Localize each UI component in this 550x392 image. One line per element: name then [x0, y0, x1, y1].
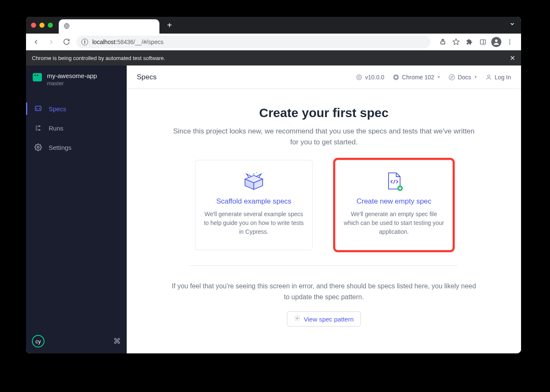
svg-rect-8: [35, 106, 41, 111]
scaffold-card[interactable]: Scaffold example specs We'll generate se…: [195, 160, 313, 250]
version-indicator[interactable]: v10.0.0: [356, 74, 384, 81]
gear-icon: [294, 315, 300, 323]
target-icon: [356, 74, 362, 81]
app-body: my-awesome-app master Specs Runs: [26, 65, 521, 353]
file-icon: [385, 170, 403, 192]
forward-button[interactable]: [44, 35, 58, 49]
svg-point-12: [39, 125, 39, 126]
project-header[interactable]: my-awesome-app master: [26, 65, 127, 91]
reload-button[interactable]: [60, 35, 73, 49]
svg-rect-2: [480, 39, 485, 44]
cypress-logo[interactable]: cy: [32, 335, 44, 348]
sidebar-item-runs[interactable]: Runs: [26, 118, 127, 138]
close-icon[interactable]: ✕: [510, 54, 515, 62]
window-maximize-button[interactable]: [48, 23, 53, 28]
svg-point-5: [509, 39, 511, 41]
back-button[interactable]: [29, 35, 43, 49]
extensions-icon[interactable]: [463, 36, 476, 48]
sidebar-item-specs[interactable]: Specs: [26, 99, 127, 118]
chrome-icon: [393, 74, 399, 81]
svg-point-17: [357, 75, 362, 80]
project-icon: [33, 73, 42, 81]
bookmark-icon[interactable]: [450, 36, 462, 48]
browser-window: + i localhost:58436/__/#/specs: [26, 17, 521, 353]
profile-avatar[interactable]: [490, 36, 503, 48]
tab-list-button[interactable]: [509, 21, 515, 28]
browser-tab[interactable]: [59, 19, 159, 34]
view-spec-pattern-button[interactable]: View spec pattern: [287, 311, 361, 327]
traffic-lights: [31, 23, 53, 28]
automation-message: Chrome is being controlled by automated …: [32, 55, 165, 61]
card-description: We'll generate an empty spec file which …: [343, 210, 445, 236]
site-info-icon[interactable]: i: [81, 39, 88, 45]
sidebar-item-label: Runs: [49, 125, 63, 132]
page-title: Specs: [137, 73, 347, 81]
svg-point-18: [358, 76, 360, 78]
login-button[interactable]: Log In: [485, 74, 511, 81]
project-name: my-awesome-app: [47, 72, 97, 79]
keyboard-shortcut-icon[interactable]: ⌘: [113, 337, 121, 346]
empty-spec-card[interactable]: Create new empty spec We'll generate an …: [335, 160, 453, 250]
kebab-menu-icon[interactable]: [503, 36, 516, 48]
compass-icon: [448, 74, 455, 81]
url-text: localhost:58436/__/#/specs: [92, 39, 164, 45]
svg-point-7: [509, 43, 511, 44]
svg-point-22: [487, 75, 490, 77]
main-heading: Create your first spec: [169, 106, 479, 120]
sidebar-item-label: Specs: [49, 105, 66, 112]
settings-icon: [34, 144, 42, 151]
box-icon: [242, 170, 266, 192]
chevron-down-icon: ▾: [474, 74, 477, 80]
sidebar-item-label: Settings: [49, 144, 71, 151]
svg-point-14: [39, 129, 39, 130]
address-bar: i localhost:58436/__/#/specs: [26, 34, 521, 50]
main-panel: Specs v10.0.0 Chrome 102 ▾ Docs ▾: [127, 65, 521, 353]
divider: [190, 265, 458, 266]
card-description: We'll generate several example specs to …: [203, 210, 305, 236]
new-tab-button[interactable]: +: [164, 19, 175, 31]
share-icon[interactable]: [436, 36, 449, 48]
svg-point-24: [297, 318, 298, 319]
svg-point-6: [509, 41, 511, 42]
svg-point-21: [449, 74, 454, 80]
svg-point-4: [495, 39, 498, 42]
sub-heading: Since this project looks new, we recomme…: [169, 126, 479, 147]
omnibox[interactable]: i localhost:58436/__/#/specs: [76, 36, 430, 48]
card-title: Scaffold example specs: [216, 197, 291, 206]
side-panel-icon[interactable]: [477, 36, 489, 48]
specs-icon: [34, 105, 42, 112]
sidebar-item-settings[interactable]: Settings: [26, 138, 127, 157]
svg-point-16: [37, 146, 39, 149]
window-minimize-button[interactable]: [39, 23, 44, 28]
card-title: Create new empty spec: [357, 197, 432, 206]
chevron-down-icon: ▾: [438, 74, 440, 80]
sidebar: my-awesome-app master Specs Runs: [26, 65, 127, 353]
user-icon: [485, 74, 492, 81]
branch-name: master: [47, 80, 97, 86]
browser-selector[interactable]: Chrome 102 ▾: [393, 74, 440, 81]
window-close-button[interactable]: [31, 23, 36, 28]
svg-point-20: [395, 76, 397, 78]
title-bar: +: [26, 17, 521, 34]
content: Create your first spec Since this projec…: [152, 89, 496, 343]
globe-icon: [64, 23, 70, 30]
docs-link[interactable]: Docs ▾: [448, 74, 477, 81]
footer-text: If you feel that you're seeing this scre…: [169, 281, 479, 302]
sidebar-nav: Specs Runs Settings: [26, 99, 127, 157]
cards-row: Scaffold example specs We'll generate se…: [169, 160, 479, 250]
runs-icon: [34, 124, 42, 132]
automation-banner: Chrome is being controlled by automated …: [26, 50, 521, 65]
topbar: Specs v10.0.0 Chrome 102 ▾ Docs ▾: [127, 65, 521, 89]
